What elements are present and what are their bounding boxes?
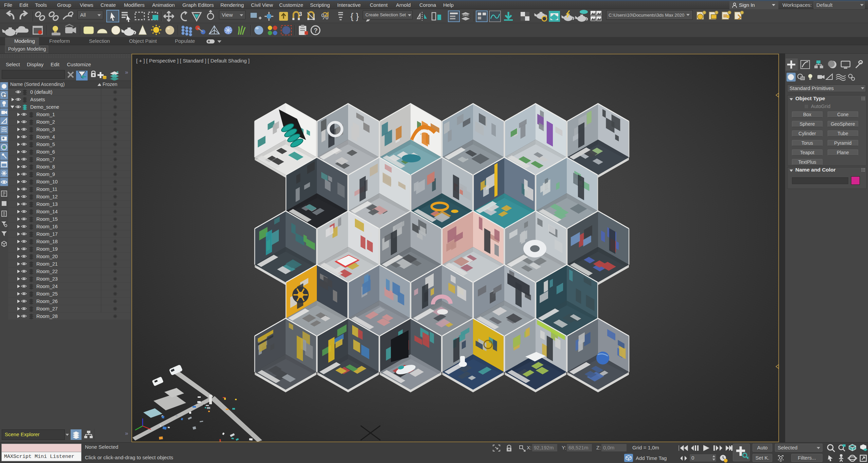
svg-text:?: ? <box>314 27 318 34</box>
